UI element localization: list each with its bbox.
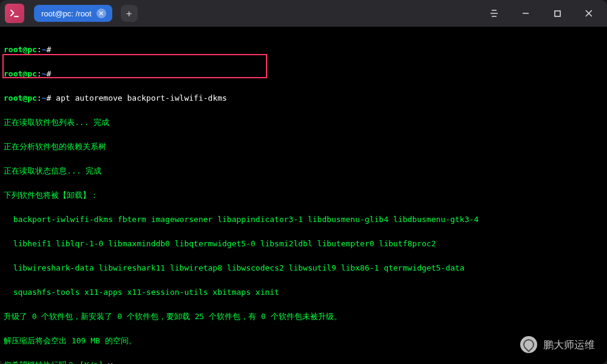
plus-icon: + [126,8,132,19]
new-tab-button[interactable]: + [121,5,138,22]
svg-rect-5 [555,11,560,16]
watermark-text: 鹏大师运维 [543,338,595,352]
output-line: squashfs-tools x11-apps x11-session-util… [4,286,603,298]
output-line: 您希望继续执行吗？ [Y/n] [4,360,108,364]
wechat-icon [520,336,537,353]
user-input: y [108,360,113,364]
watermark: 鹏大师运维 [520,336,595,353]
terminal-output[interactable]: root@pc:~# root@pc:~# root@pc:~# apt aut… [0,27,607,364]
output-line: 解压缩后将会空出 109 MB 的空间。 [4,335,603,347]
close-tab-icon[interactable]: ✕ [97,8,106,18]
close-window-button[interactable] [580,5,597,22]
prompt-sep: : [37,69,42,78]
prompt-hash: # [46,69,51,78]
prompt-sep: : [37,45,42,54]
maximize-button[interactable] [549,5,566,22]
prompt-hash: # [46,45,51,54]
hamburger-menu-icon[interactable] [486,5,503,22]
tab-active[interactable]: root@pc: /root ✕ [34,5,112,22]
output-line: libheif1 liblqr-1-0 libmaxminddb0 libqte… [4,238,603,250]
command-text: apt autoremove backport-iwlwifi-dkms [51,93,227,103]
prompt-user: root@pc [4,69,37,78]
output-line: backport-iwlwifi-dkms fbterm imageworsen… [4,214,603,226]
output-line: 正在读取软件包列表... 完成 [4,116,603,129]
prompt-sep: : [37,93,42,103]
titlebar: root@pc: /root ✕ + [0,0,607,27]
output-line: 正在分析软件包的依赖关系树 [4,141,603,153]
terminal-app-icon [5,4,24,23]
tab-title: root@pc: /root [41,9,92,18]
prompt-user: root@pc [4,93,37,103]
output-line: 正在读取状态信息... 完成 [4,165,603,177]
output-line: 升级了 0 个软件包，新安装了 0 个软件包，要卸载 25 个软件包，有 0 个… [4,311,603,323]
minimize-button[interactable] [517,5,534,22]
output-line: 下列软件包将被【卸载】： [4,189,603,201]
prompt-user: root@pc [4,45,37,54]
output-line: libwireshark-data libwireshark11 libwire… [4,262,603,274]
